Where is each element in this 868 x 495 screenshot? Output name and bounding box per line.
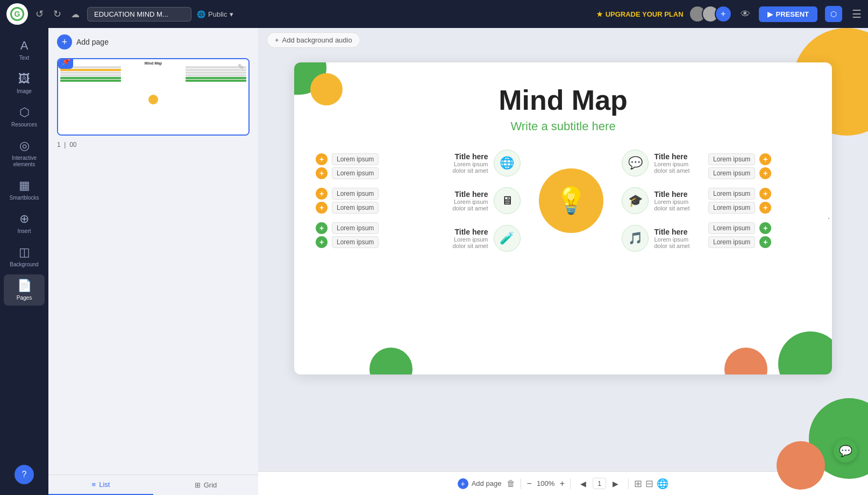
branch-title-1: Title here xyxy=(452,152,488,161)
plus-orange-4[interactable]: + xyxy=(316,202,328,214)
branch-icon-2: 🖥 xyxy=(494,187,521,214)
plus-r-orange-4[interactable]: + xyxy=(759,202,771,214)
trash-button[interactable]: 🗑 xyxy=(507,479,515,489)
branch-icon-1: 🌐 xyxy=(494,150,521,176)
play-icon: ▶ xyxy=(767,10,773,18)
smartblocks-icon: ▦ xyxy=(19,179,30,193)
canvas-scroll[interactable]: Mind Map Write a subtitle here + Lorem i… xyxy=(258,52,868,471)
branch-title-2: Title here xyxy=(452,190,488,199)
center-branches-left: Title here Lorem ipsumdolor sit amet 🌐 T… xyxy=(452,150,520,252)
slide-thumbnail[interactable]: 📌 Mind Map xyxy=(57,58,250,136)
deco-green-bottom xyxy=(369,348,412,374)
panel-tabs: ≡ List ⊞ Grid xyxy=(48,475,258,495)
plus-r-orange-3[interactable]: + xyxy=(759,188,771,200)
add-collaborator-button[interactable]: + xyxy=(715,5,732,23)
mini-bar-green xyxy=(60,77,121,79)
canvas-area: + Add background audio Mind Map Write a … xyxy=(258,28,868,495)
cloud-icon: ☁ xyxy=(71,9,80,19)
three-dots-vertical[interactable]: ⋮ xyxy=(827,213,832,224)
upgrade-button[interactable]: ★ UPGRADE YOUR PLAN xyxy=(596,10,684,18)
next-page-button[interactable]: ▶ xyxy=(608,477,623,490)
page-number: 1 xyxy=(593,478,606,489)
prev-page-button[interactable]: ◀ xyxy=(576,477,590,490)
columns-view-button[interactable]: ⊟ xyxy=(645,478,653,490)
mini-bar-yellow xyxy=(60,69,121,71)
redo-button[interactable]: ↻ xyxy=(51,6,63,22)
sidebar-label-interactive: Interactive elements xyxy=(7,155,41,168)
sidebar-label-insert: Insert xyxy=(17,228,31,235)
plus-orange-3[interactable]: + xyxy=(316,188,328,200)
zoom-controls: − 100% + xyxy=(527,479,565,489)
present-button[interactable]: ▶ PRESENT xyxy=(759,6,817,22)
plus-r-green-1[interactable]: + xyxy=(759,222,771,234)
branch-icon-r2: 🎓 xyxy=(622,187,649,214)
mindmap-left: + Lorem ipsum + Lorem ipsum + xyxy=(316,153,434,248)
sidebar-item-image[interactable]: 🖼 Image xyxy=(4,68,45,99)
plus-r-green-2[interactable]: + xyxy=(759,236,771,248)
interactive-icon: ◎ xyxy=(19,139,30,153)
globe-view-button[interactable]: 🌐 xyxy=(657,478,668,490)
right-item-1: Lorem ipsum + xyxy=(708,153,810,165)
menu-button[interactable]: ☰ xyxy=(852,8,862,20)
mini-bar-2 xyxy=(60,72,121,74)
divider-3 xyxy=(628,478,629,489)
slide-number-value: 1 xyxy=(57,141,61,148)
plus-orange-1[interactable]: + xyxy=(316,153,328,165)
chatbot-button[interactable]: 💬 xyxy=(834,439,857,463)
sidebar-item-interactive[interactable]: ◎ Interactive elements xyxy=(4,135,45,172)
right-text-4: Lorem ipsum xyxy=(708,202,755,214)
add-audio-button[interactable]: + Add background audio xyxy=(267,32,360,48)
tab-grid[interactable]: ⊞ Grid xyxy=(153,475,258,495)
zoom-level: 100% xyxy=(535,479,557,487)
sidebar-label-background: Background xyxy=(10,261,38,268)
plus-r-orange-2[interactable]: + xyxy=(759,167,771,179)
sidebar-label-text: Text xyxy=(19,55,29,61)
sidebar-item-resources[interactable]: ⬡ Resources xyxy=(4,101,45,132)
plus-r-orange-1[interactable]: + xyxy=(759,153,771,165)
slide-edit-icon[interactable]: ✎ xyxy=(238,62,244,71)
sidebar-item-pages[interactable]: 📄 Pages xyxy=(4,274,45,306)
branch-right-2-info: Title here Lorem ipsumdolor sit amet xyxy=(654,190,689,211)
plus-green-1[interactable]: + xyxy=(316,222,328,234)
sidebar-item-text[interactable]: A Text xyxy=(4,34,45,66)
bottom-add-page-button[interactable]: + Add page xyxy=(458,478,502,489)
tab-list[interactable]: ≡ List xyxy=(48,475,153,495)
right-text-5: Lorem ipsum xyxy=(708,222,755,234)
add-page-button[interactable]: + Add page xyxy=(57,34,109,49)
nav-controls: ◀ 1 ▶ xyxy=(576,477,623,490)
undo-button[interactable]: ↺ xyxy=(33,6,46,22)
help-button[interactable]: ? xyxy=(15,465,34,484)
pages-icon: 📄 xyxy=(17,279,32,293)
slide-time-value: 00 xyxy=(69,141,76,148)
slides-panel: + Add page 📌 Mind Map xyxy=(48,28,258,495)
share-button[interactable]: ⬡ xyxy=(825,6,842,22)
slide-title: Mind Map xyxy=(316,84,810,116)
sidebar-item-insert[interactable]: ⊕ Insert xyxy=(4,208,45,239)
canvas-topbar: + Add background audio xyxy=(258,28,868,52)
bottom-plus-icon: + xyxy=(458,478,468,489)
branch-right-3: 🎵 Title here Lorem ipsumdolor sit amet xyxy=(622,225,689,252)
mini-content xyxy=(60,66,246,132)
resources-icon: ⬡ xyxy=(19,105,30,119)
sidebar-item-smartblocks[interactable]: ▦ Smartblocks xyxy=(4,174,45,206)
right-text-2: Lorem ipsum xyxy=(708,167,755,179)
sidebar-item-background[interactable]: ◫ Background xyxy=(4,241,45,272)
branch-right-2: 🎓 Title here Lorem ipsumdolor sit amet xyxy=(622,187,689,214)
preview-button[interactable]: 👁 xyxy=(741,9,750,20)
zoom-out-button[interactable]: − xyxy=(527,479,531,489)
branch-left-3-info: Title here Lorem ipsumdolor sit amet xyxy=(452,228,488,249)
sidebar-label-resources: Resources xyxy=(11,122,37,128)
zoom-in-button[interactable]: + xyxy=(560,479,565,489)
left-item-6: + Lorem ipsum xyxy=(316,236,434,248)
plus-orange-2[interactable]: + xyxy=(316,167,328,179)
logo[interactable] xyxy=(6,3,28,25)
canvas-bottombar: + Add page 🗑 − 100% + ◀ 1 ▶ ⊞ ⊟ 🌐 xyxy=(258,471,868,495)
left-item-4: + Lorem ipsum xyxy=(316,202,434,214)
grid-view-button[interactable]: ⊞ xyxy=(634,478,642,490)
plus-green-2[interactable]: + xyxy=(316,236,328,248)
visibility-button[interactable]: 🌐 Public ▾ xyxy=(197,10,233,18)
star-icon: ★ xyxy=(596,10,603,18)
left-text-6: Lorem ipsum xyxy=(332,236,379,248)
doc-name-input[interactable] xyxy=(87,7,191,22)
branch-right-1: 💬 Title here Lorem ipsumdolor sit amet xyxy=(622,150,689,176)
